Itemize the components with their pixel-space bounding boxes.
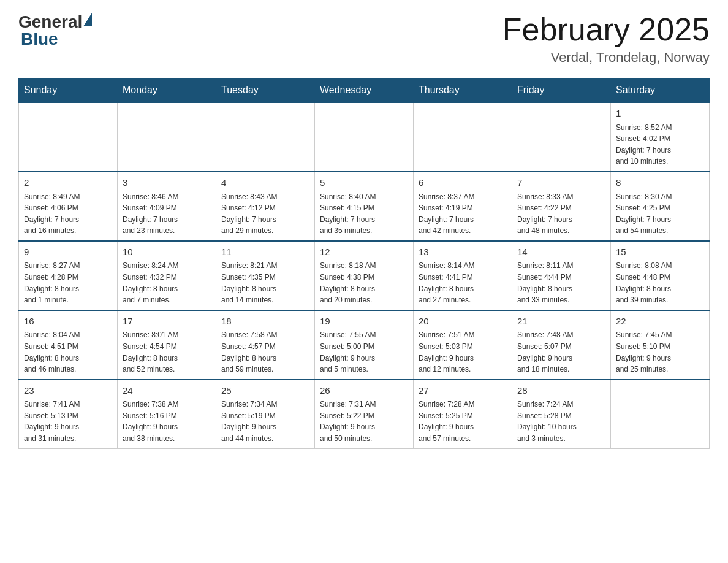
day-info: Sunrise: 8:14 AMSunset: 4:41 PMDaylight:… — [419, 260, 507, 305]
day-number: 10 — [123, 245, 211, 259]
calendar-week-5: 23Sunrise: 7:41 AMSunset: 5:13 PMDayligh… — [19, 380, 710, 448]
day-number: 3 — [123, 176, 211, 190]
day-number: 7 — [517, 176, 605, 190]
calendar-day: 23Sunrise: 7:41 AMSunset: 5:13 PMDayligh… — [19, 380, 118, 448]
page-header: General Blue February 2025 Verdal, Trond… — [18, 12, 710, 66]
title-block: February 2025 Verdal, Trondelag, Norway — [502, 12, 710, 66]
calendar-day — [611, 380, 710, 448]
day-info: Sunrise: 7:58 AMSunset: 4:57 PMDaylight:… — [221, 329, 309, 375]
day-number: 2 — [24, 176, 112, 190]
calendar-day: 3Sunrise: 8:46 AMSunset: 4:09 PMDaylight… — [118, 172, 216, 241]
day-number: 5 — [320, 176, 408, 190]
day-info: Sunrise: 8:24 AMSunset: 4:32 PMDaylight:… — [123, 260, 211, 305]
calendar-day: 16Sunrise: 8:04 AMSunset: 4:51 PMDayligh… — [19, 310, 118, 380]
day-info: Sunrise: 8:27 AMSunset: 4:28 PMDaylight:… — [24, 260, 112, 305]
day-info: Sunrise: 8:08 AMSunset: 4:48 PMDaylight:… — [616, 260, 704, 305]
day-info: Sunrise: 8:37 AMSunset: 4:19 PMDaylight:… — [419, 191, 507, 237]
day-number: 20 — [419, 315, 507, 329]
day-number: 19 — [320, 315, 408, 329]
day-info: Sunrise: 8:01 AMSunset: 4:54 PMDaylight:… — [123, 329, 211, 375]
day-info: Sunrise: 8:04 AMSunset: 4:51 PMDaylight:… — [24, 329, 112, 375]
day-number: 11 — [221, 245, 309, 259]
calendar-day: 6Sunrise: 8:37 AMSunset: 4:19 PMDaylight… — [414, 172, 512, 241]
calendar-day — [512, 102, 611, 172]
day-info: Sunrise: 8:46 AMSunset: 4:09 PMDaylight:… — [123, 191, 211, 237]
col-sunday: Sunday — [19, 79, 118, 103]
day-info: Sunrise: 7:28 AMSunset: 5:25 PMDaylight:… — [419, 399, 507, 444]
day-info: Sunrise: 7:31 AMSunset: 5:22 PMDaylight:… — [320, 399, 408, 444]
col-thursday: Thursday — [414, 79, 512, 103]
day-info: Sunrise: 8:49 AMSunset: 4:06 PMDaylight:… — [24, 191, 112, 237]
calendar-day: 26Sunrise: 7:31 AMSunset: 5:22 PMDayligh… — [315, 380, 414, 448]
day-info: Sunrise: 8:30 AMSunset: 4:25 PMDaylight:… — [616, 191, 704, 237]
calendar-day — [315, 102, 414, 172]
day-number: 8 — [616, 176, 704, 190]
calendar-day: 4Sunrise: 8:43 AMSunset: 4:12 PMDaylight… — [216, 172, 315, 241]
day-info: Sunrise: 7:45 AMSunset: 5:10 PMDaylight:… — [616, 329, 704, 375]
day-number: 13 — [419, 245, 507, 259]
day-number: 25 — [221, 384, 309, 398]
col-friday: Friday — [512, 79, 611, 103]
calendar-day: 28Sunrise: 7:24 AMSunset: 5:28 PMDayligh… — [512, 380, 611, 448]
calendar-day: 18Sunrise: 7:58 AMSunset: 4:57 PMDayligh… — [216, 310, 315, 380]
calendar-header-row: Sunday Monday Tuesday Wednesday Thursday… — [19, 79, 710, 103]
col-saturday: Saturday — [611, 79, 710, 103]
calendar-day: 25Sunrise: 7:34 AMSunset: 5:19 PMDayligh… — [216, 380, 315, 448]
day-info: Sunrise: 7:55 AMSunset: 5:00 PMDaylight:… — [320, 329, 408, 375]
day-number: 26 — [320, 384, 408, 398]
day-number: 17 — [123, 315, 211, 329]
day-info: Sunrise: 8:52 AMSunset: 4:02 PMDaylight:… — [616, 122, 704, 167]
calendar-day: 24Sunrise: 7:38 AMSunset: 5:16 PMDayligh… — [118, 380, 216, 448]
day-number: 18 — [221, 315, 309, 329]
day-info: Sunrise: 8:11 AMSunset: 4:44 PMDaylight:… — [517, 260, 605, 305]
calendar-day: 15Sunrise: 8:08 AMSunset: 4:48 PMDayligh… — [611, 241, 710, 310]
calendar-day — [19, 102, 118, 172]
calendar-day: 19Sunrise: 7:55 AMSunset: 5:00 PMDayligh… — [315, 310, 414, 380]
calendar-day: 10Sunrise: 8:24 AMSunset: 4:32 PMDayligh… — [118, 241, 216, 310]
calendar-day: 21Sunrise: 7:48 AMSunset: 5:07 PMDayligh… — [512, 310, 611, 380]
day-info: Sunrise: 7:41 AMSunset: 5:13 PMDaylight:… — [24, 399, 112, 444]
calendar-day: 9Sunrise: 8:27 AMSunset: 4:28 PMDaylight… — [19, 241, 118, 310]
day-info: Sunrise: 8:21 AMSunset: 4:35 PMDaylight:… — [221, 260, 309, 305]
day-number: 28 — [517, 384, 605, 398]
page-subtitle: Verdal, Trondelag, Norway — [502, 50, 710, 66]
day-info: Sunrise: 8:40 AMSunset: 4:15 PMDaylight:… — [320, 191, 408, 237]
day-info: Sunrise: 7:24 AMSunset: 5:28 PMDaylight:… — [517, 399, 605, 444]
calendar-week-3: 9Sunrise: 8:27 AMSunset: 4:28 PMDaylight… — [19, 241, 710, 310]
page-title: February 2025 — [502, 12, 710, 47]
day-info: Sunrise: 7:51 AMSunset: 5:03 PMDaylight:… — [419, 329, 507, 375]
calendar-day: 7Sunrise: 8:33 AMSunset: 4:22 PMDaylight… — [512, 172, 611, 241]
calendar-table: Sunday Monday Tuesday Wednesday Thursday… — [18, 78, 710, 448]
calendar-day: 14Sunrise: 8:11 AMSunset: 4:44 PMDayligh… — [512, 241, 611, 310]
day-info: Sunrise: 7:38 AMSunset: 5:16 PMDaylight:… — [123, 399, 211, 444]
calendar-day: 5Sunrise: 8:40 AMSunset: 4:15 PMDaylight… — [315, 172, 414, 241]
calendar-week-1: 1Sunrise: 8:52 AMSunset: 4:02 PMDaylight… — [19, 102, 710, 172]
day-number: 24 — [123, 384, 211, 398]
day-info: Sunrise: 7:34 AMSunset: 5:19 PMDaylight:… — [221, 399, 309, 444]
day-number: 9 — [24, 245, 112, 259]
calendar-week-4: 16Sunrise: 8:04 AMSunset: 4:51 PMDayligh… — [19, 310, 710, 380]
day-number: 23 — [24, 384, 112, 398]
day-number: 15 — [616, 245, 704, 259]
day-number: 21 — [517, 315, 605, 329]
calendar-day: 22Sunrise: 7:45 AMSunset: 5:10 PMDayligh… — [611, 310, 710, 380]
day-info: Sunrise: 8:18 AMSunset: 4:38 PMDaylight:… — [320, 260, 408, 305]
day-number: 1 — [616, 107, 704, 121]
calendar-day — [118, 102, 216, 172]
calendar-day — [414, 102, 512, 172]
calendar-day — [216, 102, 315, 172]
col-wednesday: Wednesday — [315, 79, 414, 103]
day-number: 22 — [616, 315, 704, 329]
calendar-day: 20Sunrise: 7:51 AMSunset: 5:03 PMDayligh… — [414, 310, 512, 380]
calendar-day: 27Sunrise: 7:28 AMSunset: 5:25 PMDayligh… — [414, 380, 512, 448]
col-tuesday: Tuesday — [216, 79, 315, 103]
logo-blue-text: Blue — [21, 29, 58, 49]
calendar-week-2: 2Sunrise: 8:49 AMSunset: 4:06 PMDaylight… — [19, 172, 710, 241]
day-number: 16 — [24, 315, 112, 329]
logo: General Blue — [18, 12, 92, 49]
calendar-day: 12Sunrise: 8:18 AMSunset: 4:38 PMDayligh… — [315, 241, 414, 310]
calendar-day: 1Sunrise: 8:52 AMSunset: 4:02 PMDaylight… — [611, 102, 710, 172]
calendar-day: 8Sunrise: 8:30 AMSunset: 4:25 PMDaylight… — [611, 172, 710, 241]
logo-triangle-icon — [83, 13, 92, 26]
day-number: 12 — [320, 245, 408, 259]
